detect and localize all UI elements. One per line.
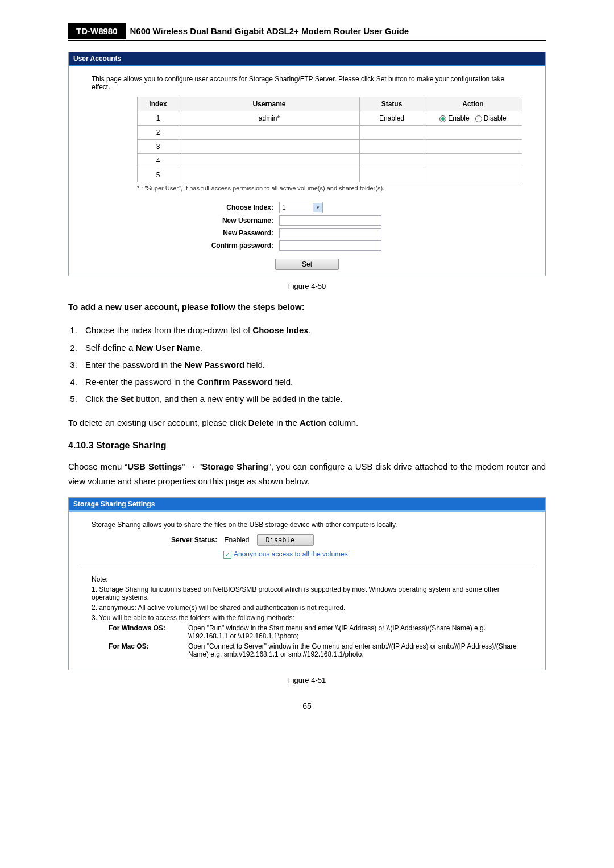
section-heading: 4.10.3 Storage Sharing <box>68 441 546 451</box>
radio-enable-label: Enable <box>448 114 469 122</box>
page-number: 65 <box>68 701 546 711</box>
accounts-table: Index Username Status Action 1 admin* En… <box>137 97 522 182</box>
choose-index-label: Choose Index: <box>194 203 279 211</box>
anon-checkbox[interactable]: ✓ <box>223 551 231 559</box>
windows-os-text: Open "Run" window in the Start menu and … <box>188 624 522 640</box>
cell-index: 5 <box>138 168 179 182</box>
radio-enable[interactable] <box>439 115 446 122</box>
cell-status <box>360 168 424 182</box>
anon-access-row: ✓Anonymous access to all the volumes <box>80 550 534 559</box>
panel-description: This page allows you to configure user a… <box>92 75 522 91</box>
panel-title: User Accounts <box>69 52 545 65</box>
doc-title: N600 Wireless Dual Band Gigabit ADSL2+ M… <box>126 23 414 39</box>
figure-caption-1: Figure 4-50 <box>68 282 546 290</box>
doc-header: TD-W8980 N600 Wireless Dual Band Gigabit… <box>68 23 546 41</box>
cell-username <box>179 154 360 168</box>
th-username: Username <box>179 97 360 111</box>
radio-disable-label: Disable <box>484 114 507 122</box>
cell-index: 1 <box>138 111 179 126</box>
cell-username <box>179 126 360 140</box>
table-footnote: * : "Super User", It has full-access per… <box>137 185 522 192</box>
table-row: 5 <box>138 168 522 182</box>
note-1: 1. Storage Sharing function is based on … <box>92 585 522 601</box>
confirm-password-input[interactable] <box>279 240 381 251</box>
note-3: 3. You will be able to access the folder… <box>92 614 522 622</box>
delete-instruction: To delete an existing user account, plea… <box>68 416 546 430</box>
anon-label: Anonymous access to all the volumes <box>234 550 348 558</box>
disable-button[interactable]: Disable <box>257 534 314 546</box>
panel2-title: Storage Sharing Settings <box>69 498 545 510</box>
step-2: Self-define a New User Name. <box>80 340 546 355</box>
server-status-label: Server Status: <box>171 536 224 544</box>
table-row: 3 <box>138 140 522 154</box>
cell-action <box>424 126 522 140</box>
step-4: Re-enter the password in the Confirm Pas… <box>80 375 546 389</box>
new-username-input[interactable] <box>279 215 381 226</box>
cell-status <box>360 140 424 154</box>
note-label: Note: <box>92 575 522 583</box>
new-password-input[interactable] <box>279 228 381 238</box>
table-row: 4 <box>138 154 522 168</box>
table-row: 2 <box>138 126 522 140</box>
step-3: Enter the password in the New Password f… <box>80 358 546 372</box>
mac-os-text: Open "Connect to Server" window in the G… <box>188 642 522 658</box>
table-row: 1 admin* Enabled Enable Disable <box>138 111 522 126</box>
new-password-label: New Password: <box>194 229 279 237</box>
chevron-down-icon: ▾ <box>313 203 322 212</box>
cell-username <box>179 140 360 154</box>
cell-index: 3 <box>138 140 179 154</box>
th-index: Index <box>138 97 179 111</box>
divider <box>80 566 534 566</box>
radio-disable[interactable] <box>475 115 482 122</box>
cell-status <box>360 154 424 168</box>
th-status: Status <box>360 97 424 111</box>
cell-action <box>424 140 522 154</box>
storage-sharing-panel: Storage Sharing Settings Storage Sharing… <box>68 497 546 670</box>
server-status-value: Enabled <box>224 536 257 544</box>
mac-os-label: For Mac OS: <box>109 642 188 658</box>
confirm-password-label: Confirm password: <box>194 242 279 250</box>
choose-index-value: 1 <box>280 203 313 211</box>
note-2: 2. anonymous: All active volume(s) will … <box>92 604 522 612</box>
cell-username: admin* <box>179 111 360 126</box>
th-action: Action <box>424 97 522 111</box>
new-username-label: New Username: <box>194 217 279 225</box>
cell-action <box>424 154 522 168</box>
choose-index-select[interactable]: 1 ▾ <box>279 202 323 213</box>
cell-username <box>179 168 360 182</box>
instructions-intro: To add a new user account, please follow… <box>68 300 546 314</box>
note-block: Note: 1. Storage Sharing function is bas… <box>80 571 534 664</box>
cell-status: Enabled <box>360 111 424 126</box>
set-button[interactable]: Set <box>275 259 339 270</box>
instructions-block: To add a new user account, please follow… <box>68 300 546 489</box>
cell-index: 4 <box>138 154 179 168</box>
step-5: Click the Set button, and then a new ent… <box>80 392 546 406</box>
model-badge: TD-W8980 <box>68 23 126 39</box>
cell-action: Enable Disable <box>424 111 522 126</box>
user-accounts-panel: User Accounts This page allows you to co… <box>68 52 546 276</box>
windows-os-label: For Windows OS: <box>109 624 188 640</box>
cell-index: 2 <box>138 126 179 140</box>
account-form: Choose Index: 1 ▾ New Username: New Pass… <box>194 202 522 251</box>
step-1: Choose the index from the drop-down list… <box>80 323 546 338</box>
section-paragraph: Choose menu “USB Settings” → ”Storage Sh… <box>68 459 546 489</box>
figure-caption-2: Figure 4-51 <box>68 676 546 684</box>
cell-action <box>424 168 522 182</box>
panel2-description: Storage Sharing allows you to share the … <box>80 521 534 529</box>
cell-status <box>360 126 424 140</box>
